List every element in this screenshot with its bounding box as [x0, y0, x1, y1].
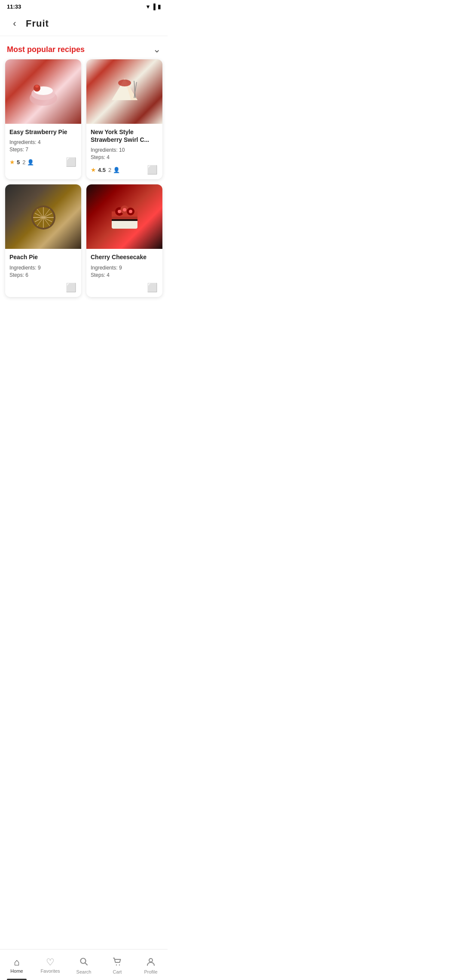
page-title: Fruit — [26, 18, 49, 29]
star-icon: ★ — [9, 159, 15, 165]
recipe-rating: ★ 4.5 2 👤 — [91, 166, 120, 173]
reviews-count: 2 — [108, 167, 111, 173]
svg-point-26 — [129, 210, 132, 213]
bookmark-button[interactable]: ⬜ — [65, 282, 77, 294]
content-area: Most popular recipes ⌄ Easy Strawberry P… — [0, 36, 168, 338]
recipe-card-ny-cheesecake[interactable]: New York Style Strawberry Swirl C... Ing… — [86, 59, 162, 179]
back-button[interactable]: ‹ — [7, 16, 22, 31]
bookmark-button[interactable]: ⬜ — [146, 282, 158, 294]
recipe-image-cherry-cheesecake — [86, 184, 162, 249]
star-icon: ★ — [91, 166, 96, 173]
person-icon: 👤 — [113, 167, 120, 173]
header: ‹ Fruit — [0, 12, 168, 36]
recipe-footer: ★ 5 2 👤 ⬜ — [9, 156, 77, 168]
status-icons: ▾ ▐ ▮ — [147, 3, 161, 10]
signal-icon: ▐ — [152, 3, 156, 10]
battery-icon: ▮ — [158, 3, 161, 10]
recipe-ingredients: Ingredients: 10 — [91, 147, 158, 153]
bookmark-button[interactable]: ⬜ — [65, 156, 77, 168]
bookmark-icon: ⬜ — [66, 157, 76, 167]
recipe-name: New York Style Strawberry Swirl C... — [91, 128, 158, 144]
recipe-ingredients: Ingredients: 4 — [9, 139, 77, 145]
recipe-rating: ★ 5 2 👤 — [9, 159, 34, 165]
recipe-steps: Steps: 7 — [9, 147, 77, 153]
recipe-ingredients: Ingredients: 9 — [9, 265, 77, 271]
section-header: Most popular recipes ⌄ — [0, 36, 168, 59]
bookmark-button[interactable]: ⬜ — [146, 164, 158, 176]
svg-point-7 — [118, 80, 131, 86]
recipe-steps: Steps: 6 — [9, 272, 77, 278]
section-title: Most popular recipes — [7, 45, 85, 54]
recipe-ingredients: Ingredients: 9 — [91, 265, 158, 271]
recipe-info-strawberry-pie: Easy Strawberry Pie Ingredients: 4 Steps… — [5, 124, 81, 172]
recipes-grid: Easy Strawberry Pie Ingredients: 4 Steps… — [0, 59, 168, 304]
recipe-steps: Steps: 4 — [91, 272, 158, 278]
wifi-icon: ▾ — [147, 3, 150, 10]
svg-point-25 — [123, 208, 126, 211]
recipe-info-peach-pie: Peach Pie Ingredients: 9 Steps: 6 ⬜ — [5, 249, 81, 297]
recipe-card-cherry-cheesecake[interactable]: Cherry Cheesecake Ingredients: 9 Steps: … — [86, 184, 162, 297]
bookmark-icon: ⬜ — [147, 282, 158, 293]
rating-value: 5 — [17, 159, 20, 165]
recipe-name: Easy Strawberry Pie — [9, 128, 77, 136]
recipe-footer: ⬜ — [91, 282, 158, 294]
recipe-info-cherry-cheesecake: Cherry Cheesecake Ingredients: 9 Steps: … — [86, 249, 162, 297]
recipe-name: Peach Pie — [9, 253, 77, 261]
status-time: 11:33 — [7, 3, 21, 10]
svg-point-4 — [35, 85, 39, 88]
recipe-image-strawberry-pie — [5, 59, 81, 124]
recipe-name: Cherry Cheesecake — [91, 253, 158, 261]
recipe-steps: Steps: 4 — [91, 154, 158, 160]
recipe-footer: ★ 4.5 2 👤 ⬜ — [91, 164, 158, 176]
chevron-down-icon[interactable]: ⌄ — [153, 44, 161, 55]
person-icon: 👤 — [27, 159, 34, 165]
status-bar: 11:33 ▾ ▐ ▮ — [0, 0, 168, 12]
recipe-footer: ⬜ — [9, 282, 77, 294]
rating-value: 4.5 — [98, 167, 106, 173]
reviews-count: 2 — [22, 159, 25, 165]
recipe-card-easy-strawberry-pie[interactable]: Easy Strawberry Pie Ingredients: 4 Steps… — [5, 59, 81, 179]
recipe-image-peach-pie — [5, 184, 81, 249]
back-arrow-icon: ‹ — [13, 18, 16, 29]
svg-point-24 — [118, 210, 121, 213]
bookmark-icon: ⬜ — [66, 282, 76, 293]
bookmark-icon: ⬜ — [147, 165, 158, 175]
recipe-info-cheesecake: New York Style Strawberry Swirl C... Ing… — [86, 124, 162, 179]
recipe-image-cheesecake — [86, 59, 162, 124]
recipe-card-peach-pie[interactable]: Peach Pie Ingredients: 9 Steps: 6 ⬜ — [5, 184, 81, 297]
